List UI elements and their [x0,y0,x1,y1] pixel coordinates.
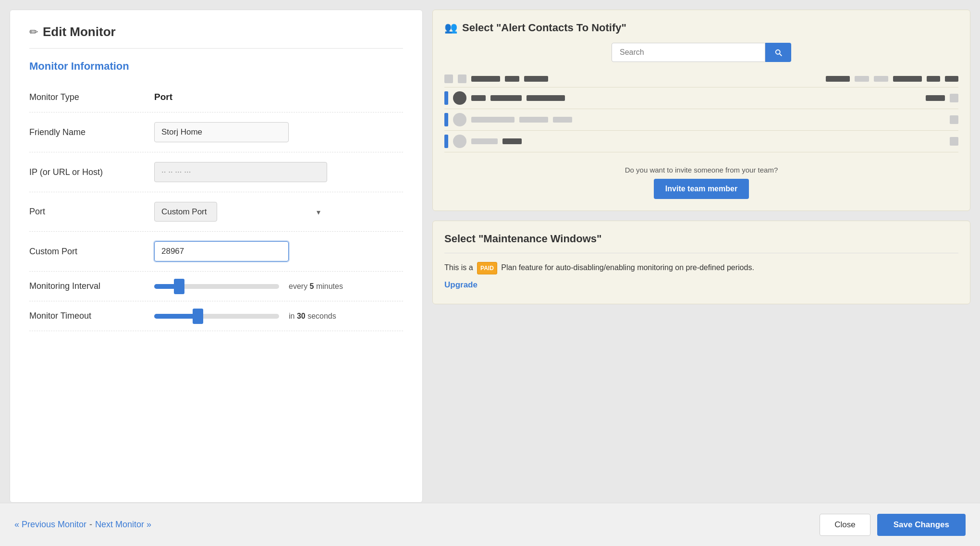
maintenance-desc-1: This is a [444,263,473,272]
rb [826,76,850,82]
monitoring-interval-row: Monitoring Interval every 5 minutes [29,272,403,301]
rb [874,76,888,82]
monitoring-interval-track[interactable] [154,284,279,289]
edit-monitor-panel: ✏ Edit Monitor Monitor Information Monit… [10,10,423,503]
custom-port-input[interactable] [154,241,289,261]
monitoring-interval-label: Monitoring Interval [29,281,154,291]
contact-row-1[interactable] [444,87,958,109]
rb [927,76,940,82]
monitor-type-value: Port [154,92,403,102]
upgrade-link[interactable]: Upgrade [444,278,958,292]
contacts-list [444,71,958,152]
next-monitor-link[interactable]: Next Monitor » [95,520,151,530]
rb [950,137,958,146]
previous-monitor-link[interactable]: « Previous Monitor [14,520,86,530]
monitor-timeout-track[interactable] [154,314,279,319]
ip-host-label: IP (or URL or Host) [29,167,154,177]
monitor-type-label: Monitor Type [29,92,154,102]
rb [945,76,958,82]
port-select-wrapper: Custom Port 80 (HTTP) 443 (HTTPS) 21 (FT… [154,202,327,222]
rb [855,76,869,82]
custom-port-row: Custom Port [29,232,403,272]
contact-row-2[interactable] [444,109,958,131]
invite-team-member-button[interactable]: Invite team member [654,179,749,199]
nav-separator: - [89,520,92,530]
search-row [444,43,958,62]
maintenance-desc-2: Plan feature for auto-disabling/enabling… [501,263,754,272]
invite-section: Do you want to invite someone from your … [444,160,958,199]
monitor-timeout-thumb[interactable] [193,309,203,324]
friendly-name-label: Friendly Name [29,127,154,137]
port-row: Port Custom Port 80 (HTTP) 443 (HTTPS) 2… [29,192,403,232]
contacts-title: Select "Alert Contacts To Notify" [462,22,626,34]
rb [527,95,565,101]
ip-host-input[interactable] [154,162,327,182]
rb [444,74,453,83]
rb [524,76,548,82]
rb [950,94,958,102]
paid-badge: PAID [477,262,497,274]
footer: « Previous Monitor - Next Monitor » Clos… [0,503,980,546]
friendly-name-row: Friendly Name [29,112,403,152]
rb [471,138,498,144]
close-button[interactable]: Close [820,514,870,536]
monitor-timeout-slider-container: in 30 seconds [154,312,403,321]
monitor-timeout-label: Monitor Timeout [29,311,154,321]
rb [502,138,522,144]
maintenance-title: Select "Maintenance Windows" [444,233,958,253]
contacts-header: 👥 Select "Alert Contacts To Notify" [444,22,958,34]
blue-indicator [444,91,448,105]
avatar [453,91,466,105]
footer-nav: « Previous Monitor - Next Monitor » [14,520,151,530]
right-panel: 👥 Select "Alert Contacts To Notify" [432,10,970,503]
contacts-icon: 👥 [444,22,457,34]
monitor-timeout-value-label: in 30 seconds [289,312,336,321]
rb [553,117,572,123]
monitoring-interval-thumb[interactable] [174,279,184,294]
rb [519,117,548,123]
search-button[interactable] [765,43,791,62]
rb [471,117,514,123]
port-label: Port [29,207,154,217]
monitor-type-row: Monitor Type Port [29,82,403,112]
edit-icon: ✏ [29,26,38,38]
invite-text: Do you want to invite someone from your … [444,166,958,174]
contact-row-3[interactable] [444,131,958,152]
maintenance-panel: Select "Maintenance Windows" This is a P… [432,221,970,304]
search-input[interactable] [612,43,765,62]
port-select[interactable]: Custom Port 80 (HTTP) 443 (HTTPS) 21 (FT… [154,202,217,222]
friendly-name-input[interactable] [154,122,289,142]
save-changes-button[interactable]: Save Changes [877,514,966,536]
rb [505,76,519,82]
footer-actions: Close Save Changes [820,514,966,536]
rb [926,95,945,101]
monitoring-interval-value-label: every 5 minutes [289,282,343,291]
rb [950,115,958,124]
search-icon [774,48,783,57]
rb [458,74,466,83]
blue-indicator [444,135,448,148]
monitoring-interval-slider-container: every 5 minutes [154,282,403,291]
panel-title: Edit Monitor [43,25,116,39]
ip-host-row: IP (or URL or Host) [29,152,403,192]
monitor-timeout-row: Monitor Timeout in 30 seconds [29,301,403,331]
rb [893,76,922,82]
rb [490,95,522,101]
avatar [453,113,466,126]
contacts-header-row [444,71,958,87]
avatar [453,135,466,148]
custom-port-label: Custom Port [29,247,154,257]
blue-indicator [444,113,448,126]
panel-header: ✏ Edit Monitor [29,25,403,49]
section-title: Monitor Information [29,60,403,73]
monitor-timeout-fill [154,314,198,319]
maintenance-body: This is a PAID Plan feature for auto-dis… [444,261,958,292]
rb [471,95,486,101]
contacts-panel: 👥 Select "Alert Contacts To Notify" [432,10,970,211]
rb [471,76,500,82]
